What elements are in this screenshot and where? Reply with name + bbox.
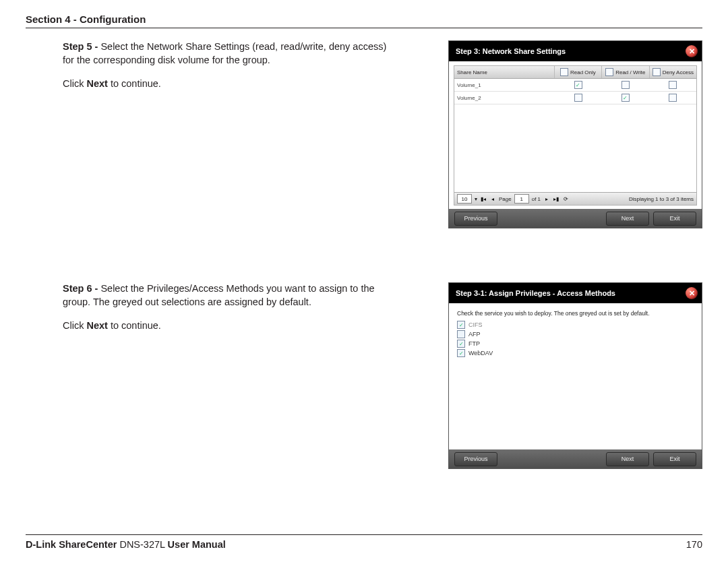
dialog-network-share: Step 3: Network Share Settings ✕ Share N… [448, 40, 702, 228]
checkbox-ftp[interactable]: ✓ [457, 340, 465, 348]
share-name: Volume_2 [454, 92, 555, 104]
service-ftp[interactable]: ✓ FTP [457, 340, 694, 348]
step6-cont-pre: Click [63, 320, 86, 331]
step5-label: Step 5 - [63, 41, 100, 52]
step6-cont-post: to continue. [108, 320, 161, 331]
next-button[interactable]: Next [606, 212, 649, 226]
first-page-icon[interactable]: ▮◂ [480, 196, 487, 202]
checkbox-readwrite[interactable] [621, 81, 630, 89]
dialog2-hint: Check the service you wish to deploy. Th… [457, 310, 694, 317]
refresh-icon[interactable]: ⟳ [562, 196, 569, 202]
col-readwrite[interactable]: Read / Write [602, 66, 649, 78]
dialog1-title: Step 3: Network Share Settings [456, 47, 566, 55]
exit-button[interactable]: Exit [653, 212, 696, 226]
page-of: of 1 [532, 196, 541, 202]
step6-cont-bold: Next [86, 320, 107, 331]
exit-button[interactable]: Exit [653, 452, 696, 466]
next-button[interactable]: Next [606, 452, 649, 466]
checkbox-deny[interactable] [669, 81, 677, 89]
step5-cont-pre: Click [63, 78, 86, 89]
checkbox-icon[interactable] [560, 68, 568, 76]
step6-row: Step 6 - Select the Privileges/Access Me… [26, 282, 702, 469]
table-row[interactable]: Volume_1 ✓ [454, 79, 696, 92]
footer-rule [26, 534, 702, 535]
col-readonly[interactable]: Read Only [555, 66, 602, 78]
page-footer: D-Link ShareCenter DNS-327L User Manual … [26, 534, 702, 550]
checkbox-cifs: ✓ [457, 321, 465, 329]
dialog1-footer: Previous Next Exit [449, 209, 702, 228]
checkbox-afp[interactable] [457, 330, 465, 338]
grid-empty-space [454, 104, 696, 192]
next-page-icon[interactable]: ▸ [543, 196, 550, 202]
checkbox-icon[interactable] [653, 68, 661, 76]
dialog2-footer: Previous Next Exit [449, 449, 702, 468]
checkbox-icon[interactable] [605, 68, 613, 76]
grid-header: Share Name Read Only Read / Write Deny A… [454, 66, 696, 79]
footer-left: D-Link ShareCenter DNS-327L User Manual [26, 539, 226, 550]
page-input[interactable]: 1 [514, 194, 529, 204]
checkbox-deny[interactable] [669, 94, 677, 102]
step6-text: Step 6 - Select the Privileges/Access Me… [26, 282, 393, 469]
step5-row: Step 5 - Select the Network Share Settin… [26, 40, 702, 228]
step5-desc: Select the Network Share Settings (read,… [63, 41, 386, 65]
step5-cont-bold: Next [86, 78, 107, 89]
checkbox-readwrite[interactable]: ✓ [621, 94, 630, 102]
share-name: Volume_1 [454, 79, 555, 91]
step5-text: Step 5 - Select the Network Share Settin… [26, 40, 393, 228]
table-row[interactable]: Volume_2 ✓ [454, 92, 696, 104]
step6-label: Step 6 - [63, 283, 100, 294]
step6-desc: Select the Privileges/Access Methods you… [63, 283, 375, 307]
page-label: Page [499, 196, 512, 202]
checkbox-webdav[interactable]: ✓ [457, 349, 465, 357]
checkbox-readonly[interactable] [574, 94, 582, 102]
previous-button[interactable]: Previous [454, 452, 497, 466]
col-sharename[interactable]: Share Name [454, 66, 555, 78]
page-number: 170 [686, 539, 702, 550]
dialog2-title: Step 3-1: Assign Privileges - Access Met… [456, 289, 615, 297]
service-webdav[interactable]: ✓ WebDAV [457, 349, 694, 357]
share-grid: Share Name Read Only Read / Write Deny A… [454, 65, 697, 206]
close-icon[interactable]: ✕ [686, 45, 698, 57]
service-cifs: ✓ CIFS [457, 321, 694, 329]
dialog-access-methods: Step 3-1: Assign Privileges - Access Met… [448, 282, 702, 469]
page-size-select[interactable]: 10 [457, 194, 472, 204]
service-afp[interactable]: AFP [457, 330, 694, 338]
previous-button[interactable]: Previous [454, 212, 497, 226]
header-rule [26, 28, 702, 28]
dialog1-titlebar: Step 3: Network Share Settings ✕ [449, 41, 702, 61]
close-icon[interactable]: ✕ [686, 287, 698, 299]
pager-status: Displaying 1 to 3 of 3 items [629, 196, 694, 202]
chevron-down-icon[interactable]: ▾ [475, 196, 477, 202]
last-page-icon[interactable]: ▸▮ [553, 196, 559, 202]
step5-cont-post: to continue. [108, 78, 161, 89]
dialog2-titlebar: Step 3-1: Assign Privileges - Access Met… [449, 283, 702, 303]
checkbox-readonly[interactable]: ✓ [574, 81, 582, 89]
header-section: Section 4 - Configuration [26, 13, 702, 28]
prev-page-icon[interactable]: ◂ [489, 196, 496, 202]
grid-pager: 10 ▾ ▮◂ ◂ Page 1 of 1 ▸ ▸▮ ⟳ Displaying … [454, 192, 696, 205]
col-deny[interactable]: Deny Access [650, 66, 696, 78]
